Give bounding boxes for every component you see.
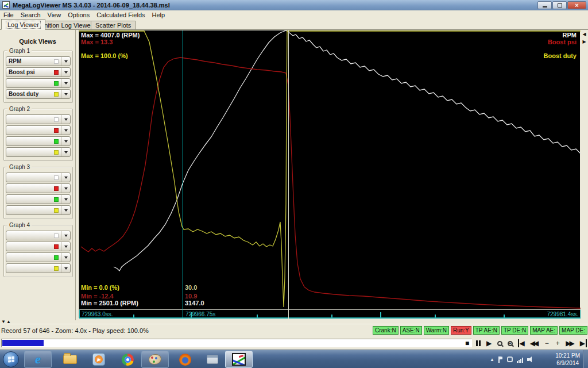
- dropdown-arrow-icon[interactable]: [61, 242, 70, 251]
- dropdown-arrow-icon[interactable]: [61, 115, 70, 124]
- record-marker-line: [288, 30, 289, 319]
- play-button[interactable]: ▶: [486, 339, 492, 347]
- clock-time: 10:21 PM: [555, 352, 580, 359]
- network-signal-icon[interactable]: [517, 356, 523, 363]
- dropdown-arrow-icon[interactable]: [61, 264, 70, 273]
- skip-end-button[interactable]: ▶: [580, 339, 587, 347]
- series-select-g2-1[interactable]: [6, 114, 71, 124]
- dropdown-arrow-icon[interactable]: [61, 137, 70, 145]
- series-select-g4-3[interactable]: [6, 252, 71, 262]
- dropdown-arrow-icon[interactable]: [61, 173, 70, 182]
- series-select-g4-1[interactable]: [6, 231, 71, 240]
- dropdown-arrow-icon[interactable]: [61, 206, 70, 214]
- timeline-strip[interactable]: 729963.0ss. 729966.75s 729981.4ss.: [79, 309, 581, 319]
- stop-button[interactable]: ■: [465, 339, 470, 347]
- menu-calculated-fields[interactable]: Calculated Fields: [93, 12, 148, 18]
- dropdown-arrow-icon[interactable]: [61, 184, 70, 193]
- indicator-ase-n: ASE:N: [400, 326, 422, 335]
- tab-bar: Log ViewerIgnition Log ViewerScatter Plo…: [0, 19, 588, 30]
- taskbar-firefox[interactable]: [171, 351, 199, 368]
- indicator-map-de: MAP DE:: [559, 326, 587, 335]
- application-window: MegaLogViewer MS 3.4.03 - 2014-06-09_18.…: [0, 0, 588, 368]
- action-center-flag-icon[interactable]: [498, 356, 503, 363]
- groupbox-graph-2: Graph 2: [3, 109, 73, 161]
- show-desktop-button[interactable]: [583, 350, 588, 368]
- dropdown-arrow-icon[interactable]: [61, 195, 70, 204]
- playback-progress-bar[interactable]: [1, 339, 472, 347]
- slower-button[interactable]: −: [544, 339, 550, 347]
- series-select-g4-4[interactable]: [6, 263, 71, 273]
- transport-row: ■▶-+◀◀◀−+▶▶▶: [0, 336, 588, 350]
- indicator-crank-n: Crank:N: [373, 326, 399, 335]
- series-select-g2-3[interactable]: [6, 136, 71, 146]
- groupbox-graph-1: Graph 1RPMBoost psiBoost duty: [3, 51, 73, 103]
- windows-explorer-icon: [63, 355, 77, 364]
- pause-button[interactable]: [475, 340, 481, 346]
- dropdown-arrow-icon[interactable]: [61, 253, 70, 262]
- minimize-button[interactable]: [537, 1, 552, 9]
- volume-icon[interactable]: [527, 356, 534, 363]
- forward-button[interactable]: ▶▶: [566, 339, 574, 347]
- series-select-g2-2[interactable]: [6, 125, 71, 135]
- series-select-g4-2[interactable]: [6, 241, 71, 251]
- series-select-g1-2[interactable]: Boost psi: [6, 67, 71, 77]
- maximize-button[interactable]: [552, 1, 567, 9]
- tab-scatter-plots[interactable]: Scatter Plots: [91, 21, 136, 30]
- menu-bar: FileSearchViewOptionsCalculated FieldsHe…: [0, 11, 588, 19]
- taskbar-media-player[interactable]: ▶: [85, 351, 113, 368]
- timeline-tick: [191, 312, 192, 317]
- trace-boost-duty: [79, 31, 581, 307]
- series-label-1: Boost psi: [548, 39, 577, 45]
- series-select-g3-2[interactable]: [6, 183, 71, 193]
- title-bar[interactable]: MegaLogViewer MS 3.4.03 - 2014-06-09_18.…: [0, 0, 588, 10]
- rewind-button[interactable]: ◀◀: [530, 339, 539, 347]
- power-tray-icon[interactable]: [507, 356, 513, 362]
- dropdown-arrow-icon[interactable]: [61, 148, 70, 156]
- dropdown-arrow-icon[interactable]: [61, 126, 70, 135]
- menu-search[interactable]: Search: [17, 12, 44, 18]
- zoom-in-button[interactable]: +: [508, 341, 513, 346]
- menu-file[interactable]: File: [0, 12, 17, 18]
- taskbar-windows-explorer[interactable]: [56, 351, 84, 368]
- status-row: Record 57 of 646 - Zoom: 4.0x - Play spe…: [0, 324, 588, 336]
- log-chart[interactable]: 729963.0ss. 729966.75s 729981.4ss. Max =…: [79, 30, 580, 318]
- series-select-g2-4[interactable]: [6, 147, 71, 157]
- max-label-2: Max = 100.0 (%): [81, 52, 128, 59]
- taskbar-megalogviewer[interactable]: [225, 351, 253, 368]
- series-label-0: RPM: [563, 32, 577, 39]
- dropdown-arrow-icon[interactable]: [61, 68, 70, 76]
- media-player-icon: ▶: [92, 353, 105, 366]
- dropdown-arrow-icon[interactable]: [61, 57, 70, 66]
- taskbar-chrome[interactable]: [114, 351, 141, 368]
- dropdown-arrow-icon[interactable]: [61, 79, 70, 87]
- tab-log-viewer[interactable]: Log Viewer: [1, 19, 45, 30]
- paint-icon: [149, 354, 161, 365]
- hidden-icons-arrow-icon[interactable]: ▲: [490, 357, 494, 362]
- series-select-g3-1[interactable]: [6, 172, 71, 182]
- series-select-g3-4[interactable]: [6, 205, 71, 215]
- zoom-out-button[interactable]: -: [497, 341, 502, 346]
- series-select-g1-3[interactable]: [6, 78, 71, 88]
- strip-right-arrow-icon[interactable]: ▶: [581, 38, 587, 45]
- dropdown-arrow-icon[interactable]: [61, 231, 70, 240]
- menu-options[interactable]: Options: [64, 12, 93, 18]
- dropdown-arrow-icon[interactable]: [61, 90, 70, 98]
- series-select-g1-1[interactable]: RPM: [6, 56, 71, 66]
- faster-button[interactable]: +: [555, 339, 560, 347]
- close-button[interactable]: ×: [567, 1, 586, 9]
- cursor-value-0: 30.0: [185, 284, 197, 291]
- taskbar-internet-explorer[interactable]: e: [24, 351, 52, 368]
- taskbar-paint[interactable]: [141, 351, 169, 368]
- system-tray: ▲: [490, 350, 534, 368]
- series-select-g3-3[interactable]: [6, 194, 71, 204]
- start-button[interactable]: [3, 351, 19, 367]
- skip-start-button[interactable]: ◀: [518, 339, 525, 347]
- menu-view[interactable]: View: [44, 12, 65, 18]
- menu-help[interactable]: Help: [149, 12, 169, 18]
- timeline-end-label: 729981.4ss.: [547, 311, 579, 317]
- taskbar-clock[interactable]: 10:21 PM 6/9/2014: [555, 352, 580, 367]
- series-color-chip: [54, 244, 59, 249]
- series-select-g1-4[interactable]: Boost duty: [6, 89, 71, 99]
- strip-left-arrow-icon[interactable]: ◀: [581, 30, 587, 37]
- taskbar-remote-app[interactable]: [199, 351, 226, 368]
